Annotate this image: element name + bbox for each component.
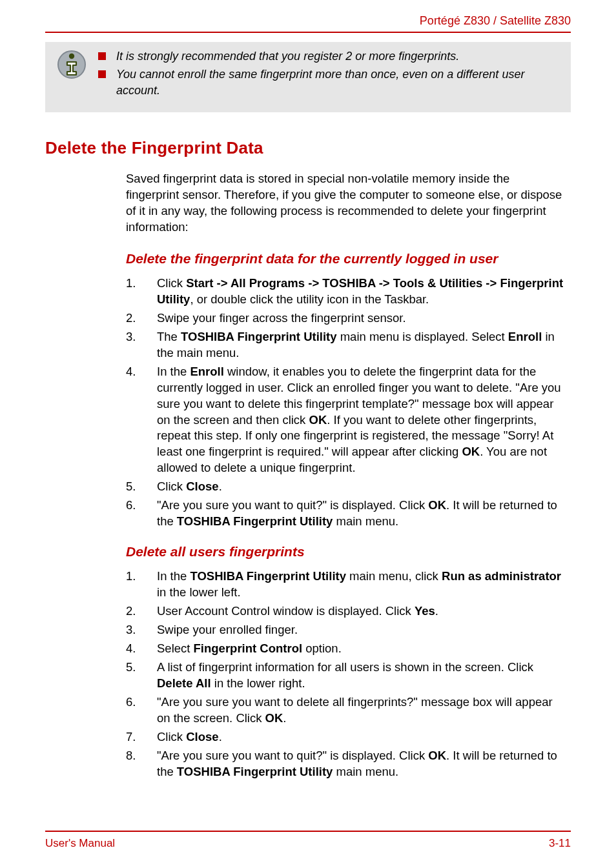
step: 8."Are you sure you want to quit?" is di… (126, 748, 564, 780)
page: Portégé Z830 / Satellite Z830 It is stro… (0, 0, 616, 868)
text: Click (157, 730, 186, 743)
text: A list of fingerprint information for al… (157, 660, 533, 674)
steps-list-1: 1.Click Start -> All Programs -> TOSHIBA… (126, 276, 564, 530)
section-title: Delete the Fingerprint Data (45, 138, 571, 158)
text: , or double click the utility icon in th… (190, 292, 429, 306)
header-divider (45, 32, 571, 33)
svg-point-1 (69, 54, 74, 59)
step: 1.In the TOSHIBA Fingerprint Utility mai… (126, 569, 564, 601)
text: main menu is displayed. Select (337, 330, 508, 343)
text: main menu. (333, 765, 398, 778)
section-intro: Saved fingerprint data is stored in spec… (126, 171, 564, 236)
text: Click (157, 479, 186, 493)
bold-text: OK (428, 749, 446, 762)
bold-text: Fingerprint Control (194, 641, 303, 655)
text: . (283, 711, 286, 725)
note-text: It is strongly recommended that you regi… (116, 48, 459, 64)
text: . (219, 479, 222, 493)
bold-text: TOSHIBA Fingerprint Utility (181, 330, 337, 343)
note-item: You cannot enroll the same fingerprint m… (98, 66, 559, 98)
step: 3.Swipe your enrolled finger. (126, 622, 564, 638)
text: . (219, 730, 222, 743)
note-list: It is strongly recommended that you regi… (98, 48, 559, 101)
bold-text: OK (428, 498, 446, 512)
bold-text: TOSHIBA Fingerprint Utility (190, 569, 346, 583)
step: 3.The TOSHIBA Fingerprint Utility main m… (126, 329, 564, 361)
footer-divider (45, 831, 571, 832)
bold-text: Close (186, 730, 218, 743)
bold-text: OK (309, 413, 327, 427)
bold-text: OK (462, 445, 480, 458)
step: 5.Click Close. (126, 479, 564, 495)
text: In the (157, 365, 190, 378)
subsection-title: Delete all users fingerprints (126, 544, 571, 560)
text: Swipe your enrolled finger. (157, 622, 564, 638)
text: "Are you sure you want to quit?" is disp… (157, 749, 428, 762)
text: . (435, 604, 438, 618)
info-icon (57, 48, 87, 101)
text: The (157, 330, 181, 343)
bold-text: Enroll (190, 365, 223, 378)
text: main menu, click (346, 569, 442, 583)
text: User Account Control window is displayed… (157, 604, 415, 618)
step: 6."Are you sure you want to quit?" is di… (126, 498, 564, 530)
bullet-icon (98, 70, 106, 78)
text: in the lower left. (157, 585, 241, 599)
footer: User's Manual 3-11 (45, 831, 571, 850)
footer-left: User's Manual (45, 837, 115, 850)
footer-page-number: 3-11 (549, 837, 571, 850)
step: 2.User Account Control window is display… (126, 603, 564, 620)
text: in the lower right. (211, 676, 305, 690)
bold-text: OK (265, 711, 283, 725)
text: Select (157, 641, 194, 655)
header-product: Portégé Z830 / Satellite Z830 (45, 0, 571, 32)
bold-text: Yes (415, 604, 435, 618)
bold-text: Run as administrator (442, 569, 561, 583)
note-text: You cannot enroll the same fingerprint m… (116, 66, 559, 98)
subsection-title: Delete the fingerprint data for the curr… (126, 251, 571, 267)
bold-text: TOSHIBA Fingerprint Utility (177, 765, 333, 778)
text: "Are you sure you want to quit?" is disp… (157, 498, 428, 512)
note-item: It is strongly recommended that you regi… (98, 48, 559, 64)
text: option. (302, 641, 342, 655)
bold-text: Close (186, 479, 218, 493)
text: Swipe your finger across the fingerprint… (157, 310, 564, 327)
text: main menu. (333, 514, 398, 528)
step: 2.Swipe your finger across the fingerpri… (126, 310, 564, 327)
text: Click (157, 276, 186, 290)
bold-text: Delete All (157, 676, 211, 690)
text: "Are you sure you want to delete all fin… (157, 695, 553, 725)
bold-text: Enroll (508, 330, 542, 343)
text: In the (157, 569, 190, 583)
steps-list-2: 1.In the TOSHIBA Fingerprint Utility mai… (126, 569, 564, 780)
step: 4.Select Fingerprint Control option. (126, 641, 564, 657)
step: 1.Click Start -> All Programs -> TOSHIBA… (126, 276, 564, 308)
step: 4.In the Enroll window, it enables you t… (126, 364, 564, 477)
step: 7.Click Close. (126, 729, 564, 745)
bold-text: TOSHIBA Fingerprint Utility (177, 514, 333, 528)
bullet-icon (98, 52, 106, 60)
step: 5.A list of fingerprint information for … (126, 660, 564, 692)
step: 6."Are you sure you want to delete all f… (126, 694, 564, 727)
note-box: It is strongly recommended that you regi… (45, 42, 571, 112)
